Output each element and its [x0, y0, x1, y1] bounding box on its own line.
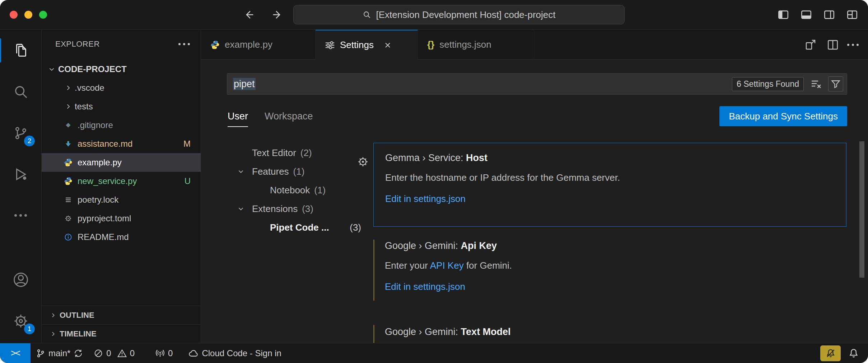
- toggle-secondary-sidebar-icon[interactable]: [821, 7, 837, 23]
- info-file-icon: [64, 233, 73, 241]
- settings-editor: pipet 6 Settings Found User Workspace: [201, 60, 868, 343]
- cloud-icon: [188, 348, 199, 358]
- toggle-panel-icon[interactable]: [798, 7, 814, 23]
- toml-file-icon: [64, 214, 73, 223]
- tree-item-example-py[interactable]: example.py: [42, 153, 201, 172]
- editor-more-actions-icon[interactable]: [847, 44, 859, 46]
- activity-bar: 2 1: [0, 30, 42, 343]
- setting-entry-gemini-api-key[interactable]: Google › Gemini: Api Key Enter your API …: [373, 237, 846, 303]
- problems-status-item[interactable]: 0 0: [88, 343, 140, 363]
- tree-item-gitignore[interactable]: .gitignore: [42, 116, 201, 135]
- ports-status-item[interactable]: 0: [150, 343, 178, 363]
- chevron-right-icon: [50, 312, 57, 319]
- explorer-sidebar: EXPLORER CODE-PROJECT .vscode tests: [42, 30, 201, 343]
- zoom-window-button[interactable]: [39, 11, 47, 19]
- cloud-code-status-item[interactable]: Cloud Code - Sign in: [183, 343, 286, 363]
- setting-title: Google › Gemini: Text Model: [385, 326, 836, 338]
- tab-example-py[interactable]: example.py: [201, 30, 316, 60]
- tab-settings[interactable]: Settings: [316, 30, 418, 60]
- setting-entry-gemini-text-model[interactable]: Google › Gemini: Text Model: [373, 323, 846, 343]
- minimize-window-button[interactable]: [24, 11, 32, 19]
- tree-item-vscode[interactable]: .vscode: [42, 79, 201, 97]
- vscode-window: [Extension Development Host] code-projec…: [0, 0, 868, 363]
- file-tree: CODE-PROJECT .vscode tests .gitignore: [42, 58, 201, 246]
- editor-area: example.py Settings {} settings.json: [201, 30, 868, 343]
- gitignore-file-icon: [64, 121, 73, 129]
- settings-search-input[interactable]: pipet 6 Settings Found: [227, 73, 847, 95]
- remote-indicator[interactable]: ><: [0, 343, 31, 363]
- tree-item-pyproject-toml[interactable]: pyproject.toml: [42, 209, 201, 228]
- ports-count: 0: [168, 348, 173, 358]
- settings-toc: Text Editor (2) Features (1) Notebook (1…: [201, 143, 370, 237]
- setting-entry-gemma-host[interactable]: Gemma › Service: Host Enter the hostname…: [373, 143, 846, 227]
- forward-icon[interactable]: [269, 7, 285, 23]
- edit-in-settings-json-link[interactable]: Edit in settings.json: [385, 193, 466, 204]
- api-key-link[interactable]: API Key: [430, 260, 464, 271]
- modified-setting-indicator: [373, 240, 374, 301]
- python-file-icon: [64, 177, 73, 185]
- errors-count: 0: [106, 348, 111, 358]
- filter-button[interactable]: [828, 76, 843, 91]
- activity-settings[interactable]: 1: [0, 300, 41, 341]
- back-icon[interactable]: [241, 7, 257, 23]
- clear-search-icon[interactable]: [809, 77, 822, 90]
- chevron-down-icon: [237, 205, 245, 212]
- git-branch-icon: [36, 349, 45, 358]
- python-file-icon: [64, 158, 73, 167]
- tree-item-new-service-py[interactable]: new_service.py U: [42, 172, 201, 190]
- warnings-count: 0: [130, 348, 135, 358]
- tab-label: Settings: [340, 39, 374, 51]
- settings-search-value: pipet: [233, 79, 256, 90]
- scope-tab-user[interactable]: User: [228, 106, 248, 127]
- markdown-file-icon: [64, 140, 73, 148]
- toc-text-editor[interactable]: Text Editor (2): [201, 143, 370, 162]
- git-untracked-badge: U: [185, 176, 191, 186]
- activity-explorer[interactable]: [0, 30, 41, 71]
- tree-root[interactable]: CODE-PROJECT: [42, 60, 201, 79]
- activity-source-control[interactable]: 2: [0, 112, 41, 154]
- activity-more[interactable]: [0, 195, 41, 236]
- do-not-disturb-status-button[interactable]: [820, 345, 841, 361]
- explorer-more-actions-icon[interactable]: [178, 43, 190, 45]
- backup-sync-button[interactable]: Backup and Sync Settings: [719, 106, 847, 126]
- activity-accounts[interactable]: [0, 259, 41, 300]
- customize-layout-icon[interactable]: [844, 7, 860, 23]
- files-icon: [13, 42, 29, 59]
- timeline-section[interactable]: TIMELINE: [42, 324, 201, 343]
- python-file-icon: [210, 40, 220, 50]
- run-debug-icon: [13, 166, 29, 183]
- scrollbar[interactable]: [859, 141, 864, 278]
- open-settings-json-icon[interactable]: [803, 37, 818, 53]
- toc-features[interactable]: Features (1): [201, 162, 370, 181]
- setting-gear-icon[interactable]: [356, 155, 369, 168]
- tree-item-tests[interactable]: tests: [42, 97, 201, 116]
- tree-item-assistance-md[interactable]: assistance.md M: [42, 135, 201, 153]
- activity-search[interactable]: [0, 71, 41, 112]
- tree-item-poetry-lock[interactable]: poetry.lock: [42, 190, 201, 209]
- errors-icon: [94, 349, 103, 358]
- toc-pipet-code[interactable]: Pipet Code ... (3): [201, 218, 370, 237]
- setting-description: Enter your API Key for Gemini.: [385, 260, 836, 271]
- toggle-primary-sidebar-icon[interactable]: [775, 7, 791, 23]
- split-editor-icon[interactable]: [825, 37, 841, 53]
- modified-setting-indicator: [373, 325, 374, 343]
- settings-list: Gemma › Service: Host Enter the hostname…: [373, 143, 846, 343]
- close-window-button[interactable]: [10, 11, 18, 19]
- tree-item-readme-md[interactable]: README.md: [42, 228, 201, 246]
- tab-settings-json[interactable]: {} settings.json: [418, 30, 534, 60]
- setting-title: Gemma › Service: Host: [385, 152, 835, 164]
- branch-status-item[interactable]: main*: [31, 343, 88, 363]
- bell-slash-icon: [826, 348, 836, 358]
- outline-section[interactable]: OUTLINE: [42, 306, 201, 324]
- json-braces-icon: {}: [427, 39, 434, 50]
- close-tab-icon[interactable]: [382, 40, 393, 51]
- notifications-bell-icon[interactable]: [846, 346, 861, 360]
- window-title: [Extension Development Host] code-projec…: [376, 9, 555, 20]
- scope-tab-workspace[interactable]: Workspace: [265, 106, 313, 127]
- git-modified-badge: M: [183, 139, 191, 149]
- command-center[interactable]: [Extension Development Host] code-projec…: [293, 5, 625, 24]
- toc-extensions[interactable]: Extensions (3): [201, 199, 370, 218]
- toc-notebook[interactable]: Notebook (1): [201, 181, 370, 199]
- activity-run-debug[interactable]: [0, 154, 41, 195]
- edit-in-settings-json-link[interactable]: Edit in settings.json: [385, 281, 465, 292]
